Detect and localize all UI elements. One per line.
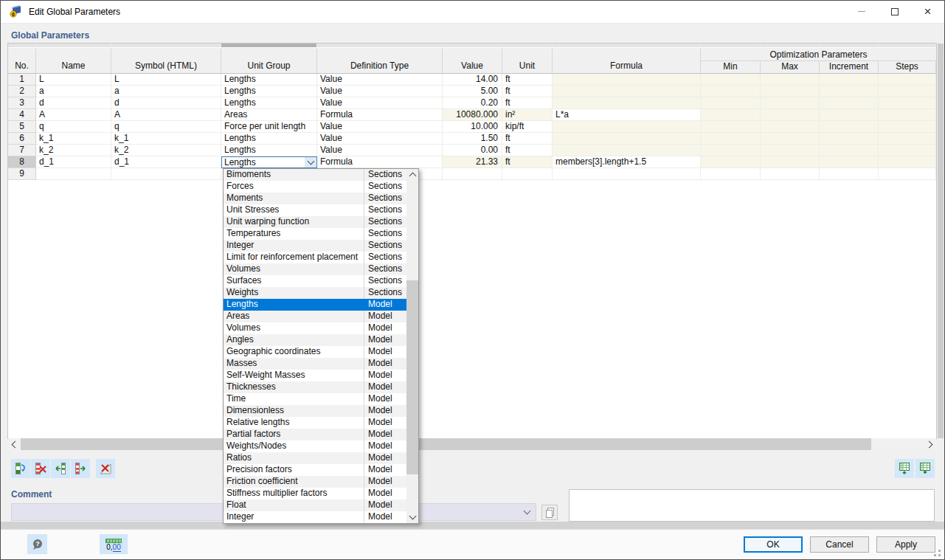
row-header[interactable]: 1 [8, 74, 36, 86]
cell-8-name[interactable]: d_1 [36, 156, 111, 168]
cell-3-unit_group[interactable]: Lengths [221, 97, 317, 109]
cell-2-max[interactable] [761, 86, 820, 97]
export-to-excel-button[interactable] [895, 459, 914, 478]
column-strip-max[interactable] [761, 44, 819, 48]
cell-1-definition_type[interactable]: Value [317, 74, 443, 86]
minimize-button[interactable] [845, 1, 878, 22]
dropdown-item[interactable]: Relative lengthsModel [224, 417, 406, 429]
dropdown-item[interactable]: IntegerSections [224, 240, 406, 252]
scrollbar-thumb[interactable] [21, 438, 871, 450]
dropdown-item[interactable]: WeightsSections [224, 287, 406, 299]
row-header[interactable]: 8 [8, 156, 36, 168]
dropdown-item[interactable]: Self-Weight MassesModel [224, 370, 406, 381]
dropdown-item[interactable]: IntegerModel [224, 511, 406, 523]
cell-1-formula[interactable] [553, 74, 701, 86]
cell-9-unit[interactable] [502, 168, 553, 180]
insert-row-new-button[interactable] [11, 459, 30, 478]
delete-all-rows-button[interactable] [96, 459, 115, 478]
cell-9-name[interactable] [36, 168, 111, 180]
cell-8-unit[interactable]: ft [502, 156, 553, 168]
cancel-button[interactable]: Cancel [810, 536, 869, 553]
cell-1-increment[interactable] [820, 74, 879, 86]
cell-9-increment[interactable] [820, 168, 879, 180]
unit-group-combobox[interactable]: Lengths [221, 156, 317, 168]
cell-7-increment[interactable] [820, 145, 879, 156]
dropdown-item[interactable]: RatiosModel [224, 452, 406, 464]
cell-6-unit[interactable]: ft [502, 133, 553, 145]
cell-4-steps[interactable] [879, 109, 936, 121]
table-vertical-scrollbar[interactable] [938, 44, 944, 438]
cell-3-name[interactable]: d [36, 97, 111, 109]
dropdown-item[interactable]: DimensionlessModel [224, 405, 406, 417]
cell-2-value[interactable]: 5.00 [443, 86, 502, 97]
ok-button[interactable]: OK [744, 536, 803, 553]
cell-9-steps[interactable] [879, 168, 936, 180]
cell-9-max[interactable] [761, 168, 820, 180]
row-header[interactable]: 2 [8, 86, 36, 97]
cell-4-unit[interactable]: in² [502, 109, 553, 121]
cell-7-name[interactable]: k_2 [36, 145, 111, 156]
dropdown-item[interactable]: Unit StressesSections [224, 204, 406, 216]
dropdown-item[interactable]: VolumesSections [224, 263, 406, 275]
dropdown-item[interactable]: LengthsModel [224, 299, 406, 311]
cell-5-increment[interactable] [820, 121, 879, 133]
dropdown-item[interactable]: Precision factorsModel [224, 464, 406, 476]
row-header[interactable]: 7 [8, 145, 36, 156]
cell-8-value[interactable]: 21.33 [443, 156, 502, 168]
cell-4-max[interactable] [761, 109, 820, 121]
dropdown-item[interactable]: Stiffness multiplier factorsModel [224, 488, 406, 499]
cell-5-value[interactable]: 10.000 [443, 121, 502, 133]
dropdown-item[interactable]: FloatModel [224, 499, 406, 511]
close-button[interactable]: × [911, 1, 944, 22]
cell-6-formula[interactable] [553, 133, 701, 145]
column-strip-steps[interactable] [879, 44, 935, 48]
cell-5-steps[interactable] [879, 121, 936, 133]
cell-2-definition_type[interactable]: Value [317, 86, 443, 97]
cell-1-unit[interactable]: ft [502, 74, 553, 86]
dropdown-item[interactable]: Partial factorsModel [224, 429, 406, 440]
column-strip-symbol[interactable] [111, 44, 221, 48]
column-strip-increment[interactable] [820, 44, 878, 48]
dropdown-item[interactable]: AreasModel [224, 311, 406, 322]
cell-3-min[interactable] [701, 97, 761, 109]
cell-2-steps[interactable] [879, 86, 936, 97]
cell-7-definition_type[interactable]: Value [317, 145, 443, 156]
cell-3-definition_type[interactable]: Value [317, 97, 443, 109]
cell-3-max[interactable] [761, 97, 820, 109]
cell-5-unit_group[interactable]: Force per unit length [221, 121, 317, 133]
cell-5-definition_type[interactable]: Value [317, 121, 443, 133]
insert-row-above-button[interactable] [51, 459, 70, 478]
cell-4-unit_group[interactable]: Areas [221, 109, 317, 121]
row-header[interactable]: 5 [8, 121, 36, 133]
cell-5-formula[interactable] [553, 121, 701, 133]
row-header[interactable]: 9 [8, 168, 36, 180]
column-strip-unit[interactable] [502, 44, 552, 48]
cell-1-value[interactable]: 14.00 [443, 74, 502, 86]
column-strip-formula[interactable] [553, 44, 700, 48]
cell-1-name[interactable]: L [36, 74, 111, 86]
cell-5-unit[interactable]: kip/ft [502, 121, 553, 133]
cell-6-definition_type[interactable]: Value [317, 133, 443, 145]
cell-7-min[interactable] [701, 145, 761, 156]
maximize-button[interactable] [878, 1, 911, 22]
cell-1-steps[interactable] [879, 74, 936, 86]
help-button[interactable]: ? [27, 534, 47, 554]
cell-2-unit[interactable]: ft [502, 86, 553, 97]
dropdown-scrollbar-thumb[interactable] [406, 280, 418, 474]
cell-7-formula[interactable] [553, 145, 701, 156]
cell-8-steps[interactable] [879, 156, 936, 168]
cell-9-formula[interactable] [553, 168, 701, 180]
import-from-excel-button[interactable] [915, 459, 935, 478]
row-header[interactable]: 4 [8, 109, 36, 121]
cell-6-unit_group[interactable]: Lengths [221, 133, 317, 145]
column-strip-value[interactable] [443, 44, 502, 48]
cell-1-unit_group[interactable]: Lengths [221, 74, 317, 86]
cell-7-value[interactable]: 0.00 [443, 145, 502, 156]
cell-7-unit_group[interactable]: Lengths [221, 145, 317, 156]
scroll-left-button[interactable] [8, 438, 21, 450]
cell-2-unit_group[interactable]: Lengths [221, 86, 317, 97]
cell-6-max[interactable] [761, 133, 820, 145]
cell-4-min[interactable] [701, 109, 761, 121]
cell-8-formula[interactable]: members[3].length+1.5 [553, 156, 701, 168]
scroll-right-button[interactable] [924, 438, 936, 450]
